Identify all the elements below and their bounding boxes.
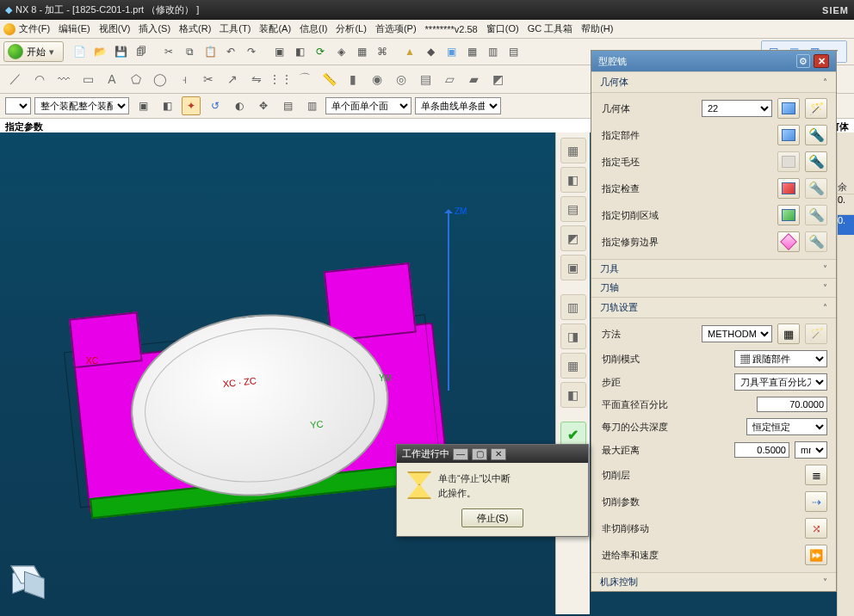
close-icon[interactable]: ✕ xyxy=(814,54,829,68)
vtool-a[interactable]: ▦ xyxy=(560,138,586,163)
menu-preferences[interactable]: 首选项(P) xyxy=(375,22,417,35)
menu-file[interactable]: 文件(F) xyxy=(19,22,50,35)
rbar-row1[interactable]: 0. xyxy=(838,194,854,214)
vtool-h[interactable]: ▦ xyxy=(560,353,586,379)
vtool-c[interactable]: ▤ xyxy=(560,196,586,222)
mirror-icon[interactable]: ⇋ xyxy=(246,69,267,89)
group-a-button[interactable]: ▥ xyxy=(483,42,502,61)
panel-header[interactable]: 型腔铣 ⚙ ✕ xyxy=(591,51,836,71)
stop-button[interactable]: 停止(S) xyxy=(461,508,523,527)
menu-info[interactable]: 信息(I) xyxy=(300,22,327,35)
spec-blank-torch[interactable]: 🔦 xyxy=(805,151,827,172)
menu-tools[interactable]: 工具(T) xyxy=(220,22,251,35)
vtool-g[interactable]: ◨ xyxy=(560,323,586,349)
view-triad-icon[interactable] xyxy=(12,570,41,604)
sel-d-button[interactable]: ◐ xyxy=(230,96,249,115)
spec-blank-button[interactable] xyxy=(777,151,800,172)
step-select[interactable]: 刀具平直百分比刀具平直百分比 xyxy=(734,373,827,391)
pct-field[interactable] xyxy=(757,397,827,412)
section-axis-header[interactable]: 刀轴 ˅ xyxy=(591,278,836,297)
menu-gc-toolbox[interactable]: GC 工具箱 xyxy=(528,22,573,35)
sel-a-button[interactable]: ▣ xyxy=(133,96,152,115)
sel-f-button[interactable]: ▤ xyxy=(278,96,297,115)
hole-icon[interactable]: ◎ xyxy=(391,69,412,89)
vtool-f[interactable]: ▥ xyxy=(560,294,586,320)
open-file-button[interactable]: 📂 xyxy=(90,42,109,61)
menu-help[interactable]: 帮助(H) xyxy=(581,22,613,35)
cut-button[interactable]: ✂ xyxy=(159,42,178,61)
fillet-icon[interactable]: ⌒ xyxy=(294,69,315,89)
spec-check-torch[interactable]: 🔦 xyxy=(805,178,827,199)
cutlvl-button[interactable]: ≣ xyxy=(805,465,827,485)
geom-d-button[interactable]: ▦ xyxy=(462,42,481,61)
rbar-row2[interactable]: 0. xyxy=(838,214,854,235)
maxdist-unit-select[interactable]: mmmm xyxy=(795,441,827,459)
spec-cutarea-torch[interactable]: 🔦 xyxy=(805,205,827,225)
sel-c-button[interactable]: ↺ xyxy=(206,96,225,115)
menu-analysis[interactable]: 分析(L) xyxy=(336,22,366,35)
redo-button[interactable]: ↷ xyxy=(242,42,261,61)
face-filter-select[interactable]: 单个面单个面 xyxy=(325,97,412,114)
misc-a-icon[interactable]: ▱ xyxy=(439,69,460,89)
geom-a-button[interactable]: ▲ xyxy=(400,42,419,61)
paste-button[interactable]: 📋 xyxy=(201,42,220,61)
menu-window[interactable]: 窗口(O) xyxy=(486,22,519,35)
line-icon[interactable]: ／ xyxy=(5,69,26,89)
sel-b-button[interactable]: ◧ xyxy=(158,96,176,115)
menu-format[interactable]: 格式(R) xyxy=(179,22,211,35)
menu-assemblies[interactable]: 装配(A) xyxy=(259,22,291,35)
refresh-button[interactable]: ⟳ xyxy=(311,42,330,61)
rect-icon[interactable]: ▭ xyxy=(77,69,98,89)
spec-check-button[interactable] xyxy=(777,178,800,199)
vtool-b[interactable]: ◧ xyxy=(560,167,586,193)
save-button[interactable]: 💾 xyxy=(111,42,130,61)
section-geometry-header[interactable]: 几何体 ˄ xyxy=(591,71,836,93)
tool-c-button[interactable]: ◈ xyxy=(331,42,350,61)
maxdist-field[interactable] xyxy=(734,442,789,458)
trim-icon[interactable]: ✂ xyxy=(198,69,219,89)
feeds-button[interactable]: ⏩ xyxy=(805,545,827,565)
undo-button[interactable]: ↶ xyxy=(221,42,240,61)
noncut-button[interactable]: ⤮ xyxy=(805,518,827,539)
sel-e-button[interactable]: ✥ xyxy=(254,96,273,115)
dialog-max-button[interactable]: ▢ xyxy=(472,448,487,460)
dialog-close-button[interactable]: ✕ xyxy=(491,448,506,460)
tool-e-button[interactable]: ⌘ xyxy=(373,42,392,61)
misc-c-icon[interactable]: ◩ xyxy=(487,69,508,89)
spec-trim-torch[interactable]: 🔦 xyxy=(805,231,827,252)
filter-type-select[interactable] xyxy=(5,97,31,114)
menu-edit[interactable]: 编辑(E) xyxy=(59,22,90,35)
copy-button[interactable]: ⧉ xyxy=(180,42,199,61)
3d-viewport[interactable]: ZM XC · ZC YC YM XC xyxy=(0,132,591,616)
spec-trim-button[interactable] xyxy=(777,231,800,252)
gear-icon[interactable]: ⚙ xyxy=(796,54,810,68)
geom-select[interactable]: 22 xyxy=(702,100,772,117)
vtool-i[interactable]: ◧ xyxy=(560,382,586,408)
poly-icon[interactable]: ⬠ xyxy=(126,69,146,89)
method-select[interactable]: METHODMETHOD xyxy=(702,325,772,342)
start-button[interactable]: 开始 ▾ xyxy=(3,41,64,62)
tool-a-button[interactable]: ▣ xyxy=(269,42,288,61)
menu-insert[interactable]: 插入(S) xyxy=(139,22,170,35)
spec-cutarea-button[interactable] xyxy=(777,205,800,225)
extrude-icon[interactable]: ▮ xyxy=(343,69,363,89)
sel-g-button[interactable]: ▥ xyxy=(302,96,321,115)
misc-b-icon[interactable]: ▰ xyxy=(463,69,484,89)
cutparam-button[interactable]: ⇢ xyxy=(805,491,827,512)
cutmode-select[interactable]: ▦ 跟随部件 xyxy=(734,350,827,367)
tool-b-button[interactable]: ◧ xyxy=(290,42,309,61)
method-edit-button[interactable]: ▦ xyxy=(777,323,800,344)
pattern-icon[interactable]: ⋮⋮ xyxy=(270,69,291,89)
new-file-button[interactable]: 📄 xyxy=(70,42,89,61)
dialog-header[interactable]: 工作进行中 — ▢ ✕ xyxy=(397,445,588,463)
depth-select[interactable]: 恒定恒定 xyxy=(746,418,827,435)
geom-edit-button[interactable] xyxy=(777,98,800,119)
measure-icon[interactable]: 📏 xyxy=(319,69,339,89)
spline-icon[interactable]: 〰 xyxy=(53,69,74,89)
offset-icon[interactable]: ⫞ xyxy=(174,69,195,89)
section-path-header[interactable]: 刀轨设置 ˄ xyxy=(591,297,836,318)
extend-icon[interactable]: ↗ xyxy=(222,69,243,89)
spec-part-button[interactable] xyxy=(777,125,800,145)
book-icon[interactable]: ▤ xyxy=(415,69,436,89)
geom-c-button[interactable]: ▣ xyxy=(442,42,461,61)
